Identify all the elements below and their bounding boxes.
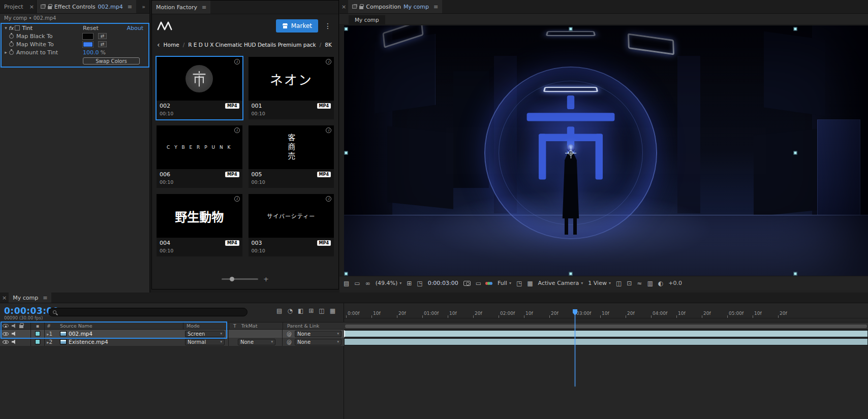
- search-input[interactable]: [59, 309, 243, 315]
- layer-handle-mid-right[interactable]: [794, 151, 797, 155]
- comp-mini-flowchart-icon[interactable]: ▤: [344, 280, 349, 287]
- panel-menu-icon[interactable]: ≡: [128, 4, 132, 10]
- layer-handle-bottom-right[interactable]: [794, 272, 797, 276]
- layer-handle-top-center[interactable]: [569, 27, 573, 31]
- pickwhip-icon[interactable]: @: [287, 339, 292, 345]
- back-chevron-icon[interactable]: ‹: [157, 41, 160, 48]
- info-icon[interactable]: i: [234, 196, 240, 202]
- layer-handle-top-left[interactable]: [345, 27, 348, 31]
- blend-mode-select[interactable]: Screen▾: [185, 331, 225, 337]
- eyedropper-icon[interactable]: ⇄: [98, 41, 107, 47]
- info-icon[interactable]: i: [234, 59, 240, 65]
- timeline-track-area[interactable]: 0:00f 10f 20f 01:00f 10f 20f 02:00f 10f …: [344, 303, 868, 419]
- layer-row-1[interactable]: ▸1 002.mp4 Screen▾ @ None▾: [0, 330, 344, 338]
- layer-handle-bottom-center[interactable]: [569, 272, 573, 276]
- info-icon[interactable]: i: [326, 59, 331, 65]
- info-icon[interactable]: i: [326, 196, 331, 202]
- layer-anchor-point[interactable]: [565, 147, 576, 158]
- asset-thumbnail[interactable]: i サイバーシティー: [249, 194, 334, 238]
- grid-guides-icon[interactable]: ⊞: [407, 280, 412, 287]
- pickwhip-icon[interactable]: @: [287, 331, 292, 337]
- motion-blur-icon[interactable]: ◫: [319, 307, 324, 314]
- column-source-name[interactable]: Source Name: [60, 323, 92, 329]
- composition-canvas[interactable]: [344, 25, 868, 276]
- asset-card-001[interactable]: i ネオン 001MP4 00:10: [249, 57, 334, 119]
- amount-value[interactable]: 100.0%: [83, 49, 106, 56]
- layer-duration-bar[interactable]: [344, 330, 868, 337]
- current-time-indicator[interactable]: [575, 309, 575, 386]
- layer-duration-bar[interactable]: [344, 338, 868, 345]
- hide-shy-icon[interactable]: ◧: [298, 307, 303, 314]
- panel-menu-icon[interactable]: ≡: [433, 4, 438, 10]
- composition-flowchart-icon[interactable]: ▤: [276, 307, 282, 314]
- twirl-right-icon[interactable]: ▸: [3, 50, 9, 55]
- layer-handle-mid-left[interactable]: [345, 151, 348, 155]
- time-ruler[interactable]: 0:00f 10f 20f 01:00f 10f 20f 02:00f 10f …: [344, 309, 868, 318]
- map-black-swatch[interactable]: [83, 34, 93, 39]
- label-color-chip[interactable]: [35, 331, 40, 336]
- tab-project[interactable]: Project: [0, 0, 27, 13]
- label-color-chip[interactable]: [35, 339, 40, 344]
- viewer-timecode[interactable]: 0:00:03:00: [428, 280, 458, 286]
- pixel-aspect-icon[interactable]: ⊡: [627, 280, 632, 287]
- layer-name[interactable]: 002.mp4: [69, 331, 92, 337]
- layer-row-2[interactable]: ▸2 Existence.mp4 Normal▾ None▾ @ None▾: [0, 338, 344, 346]
- roi-toggle-icon[interactable]: ◳: [516, 280, 522, 287]
- close-icon[interactable]: ×: [339, 4, 348, 10]
- layer-bar-row-2[interactable]: [344, 338, 868, 346]
- lock-icon[interactable]: [359, 6, 363, 9]
- composition-viewer[interactable]: [339, 25, 868, 276]
- zoom-plus-icon[interactable]: +: [263, 275, 269, 283]
- reset-button[interactable]: Reset: [83, 25, 99, 31]
- region-of-interest-icon[interactable]: ◳: [417, 280, 422, 287]
- layer-handle-bottom-left[interactable]: [345, 272, 348, 276]
- swap-colors-button[interactable]: Swap Colors: [83, 57, 140, 65]
- viewer-tab-my-comp[interactable]: My comp: [349, 15, 385, 24]
- close-icon[interactable]: ×: [27, 4, 36, 10]
- zoom-slider-knob[interactable]: [230, 277, 234, 281]
- view-select[interactable]: 1 View▾: [588, 280, 611, 286]
- column-mode[interactable]: Mode: [183, 323, 229, 329]
- tint-effect-block[interactable]: ▾ fx Tint Reset About Map Black To ⇄ Map…: [1, 23, 149, 68]
- tab-composition[interactable]: Composition My comp ≡: [348, 0, 442, 13]
- map-white-swatch[interactable]: [83, 42, 93, 47]
- eye-toggle[interactable]: [3, 340, 9, 344]
- show-channels-icon[interactable]: [486, 282, 492, 285]
- effect-header-row[interactable]: ▾ fx Tint Reset About: [2, 24, 148, 32]
- blend-mode-select[interactable]: Normal▾: [185, 339, 225, 345]
- tab-effect-controls[interactable]: Effect Controls 002.mp4 ≡: [37, 0, 136, 13]
- asset-thumbnail[interactable]: i 客商売: [249, 125, 334, 169]
- asset-card-004[interactable]: i 野生動物 004MP4 00:10: [157, 194, 242, 256]
- exposure-value[interactable]: +0.0: [668, 280, 682, 286]
- layer-handle-top-right[interactable]: [794, 27, 797, 31]
- draft-3d-icon[interactable]: ◔: [287, 307, 292, 314]
- resolution-select[interactable]: Full▾: [498, 280, 511, 286]
- layer-bar-row-1[interactable]: [344, 330, 868, 338]
- magnification-select[interactable]: (49.4%)▾: [376, 280, 402, 286]
- show-snapshot-icon[interactable]: ▭: [476, 280, 481, 287]
- view-layout-icon[interactable]: ◫: [616, 280, 622, 287]
- stopwatch-icon[interactable]: [9, 34, 14, 39]
- tab-timeline-my-comp[interactable]: My comp ≡: [9, 293, 51, 303]
- fx-icon[interactable]: fx: [9, 25, 13, 31]
- asset-card-005[interactable]: i 客商売 005MP4 00:10: [249, 125, 334, 188]
- stopwatch-icon[interactable]: [9, 42, 14, 47]
- mini-timeline-icon[interactable]: ▥: [647, 280, 653, 287]
- breadcrumb-home[interactable]: Home: [164, 42, 179, 48]
- parent-select[interactable]: None▾: [295, 331, 342, 337]
- asset-thumbnail[interactable]: i: [157, 57, 242, 101]
- tab-motion-factory[interactable]: Motion Factory ≡: [152, 1, 210, 14]
- camera-select[interactable]: Active Camera▾: [538, 280, 583, 286]
- eye-toggle[interactable]: [3, 332, 9, 336]
- goggles-icon[interactable]: ∞: [365, 280, 370, 287]
- asset-card-003[interactable]: i サイバーシティー 003MP4 00:10: [249, 194, 334, 256]
- zoom-slider[interactable]: [222, 278, 258, 280]
- breadcrumb-resolution[interactable]: 8K: [325, 42, 332, 48]
- kebab-menu-icon[interactable]: ⋮: [318, 22, 333, 30]
- info-icon[interactable]: i: [234, 127, 240, 133]
- asset-card-002[interactable]: i 002MP4 00:10: [157, 57, 242, 119]
- audio-toggle[interactable]: [12, 340, 16, 344]
- monitor-icon[interactable]: ▭: [354, 280, 360, 287]
- market-button[interactable]: Market: [276, 19, 318, 33]
- frame-blend-icon[interactable]: ⊞: [308, 307, 314, 314]
